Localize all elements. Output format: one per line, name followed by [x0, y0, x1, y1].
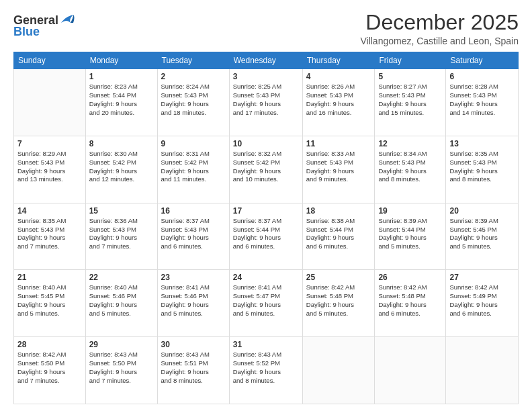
day-info: Sunrise: 8:38 AMSunset: 5:44 PMDaylight:…	[306, 217, 371, 251]
calendar-cell: 3Sunrise: 8:25 AMSunset: 5:43 PMDaylight…	[229, 69, 302, 136]
day-number: 10	[233, 139, 299, 148]
day-number: 4	[306, 72, 371, 81]
day-info: Sunrise: 8:41 AMSunset: 5:47 PMDaylight:…	[233, 283, 299, 318]
calendar-cell: 6Sunrise: 8:28 AMSunset: 5:43 PMDaylight…	[446, 69, 519, 136]
day-info: Sunrise: 8:35 AMSunset: 5:43 PMDaylight:…	[17, 217, 82, 251]
day-number: 1	[89, 72, 154, 81]
day-number: 9	[161, 139, 226, 148]
day-number: 23	[161, 273, 226, 282]
day-info: Sunrise: 8:31 AMSunset: 5:42 PMDaylight:…	[161, 150, 226, 184]
day-number: 24	[233, 273, 299, 282]
calendar-cell: 22Sunrise: 8:40 AMSunset: 5:46 PMDayligh…	[85, 270, 157, 337]
day-info: Sunrise: 8:39 AMSunset: 5:45 PMDaylight:…	[449, 217, 515, 251]
day-number: 29	[89, 340, 154, 349]
calendar-cell: 16Sunrise: 8:37 AMSunset: 5:43 PMDayligh…	[157, 203, 229, 270]
day-info: Sunrise: 8:42 AMSunset: 5:49 PMDaylight:…	[449, 283, 515, 318]
calendar-cell: 19Sunrise: 8:39 AMSunset: 5:44 PMDayligh…	[375, 203, 446, 270]
day-info: Sunrise: 8:42 AMSunset: 5:48 PMDaylight:…	[378, 283, 442, 318]
day-info: Sunrise: 8:32 AMSunset: 5:42 PMDaylight:…	[233, 150, 299, 184]
calendar-cell: 4Sunrise: 8:26 AMSunset: 5:43 PMDaylight…	[302, 69, 375, 136]
title-section: December 2025 Villangomez, Castille and …	[360, 11, 519, 46]
header: General Blue December 2025 Villangomez, …	[13, 11, 519, 46]
calendar-header-monday: Monday	[85, 52, 157, 69]
day-info: Sunrise: 8:37 AMSunset: 5:44 PMDaylight:…	[233, 217, 299, 251]
day-number: 5	[378, 72, 442, 81]
calendar-cell	[14, 69, 86, 136]
day-info: Sunrise: 8:42 AMSunset: 5:50 PMDaylight:…	[17, 351, 82, 385]
day-info: Sunrise: 8:23 AMSunset: 5:44 PMDaylight:…	[89, 83, 154, 117]
logo-blue-text: Blue	[13, 25, 40, 39]
day-number: 30	[161, 340, 226, 349]
calendar-week-1: 1Sunrise: 8:23 AMSunset: 5:44 PMDaylight…	[14, 69, 519, 136]
calendar-header-row: SundayMondayTuesdayWednesdayThursdayFrid…	[14, 52, 519, 69]
page: General Blue December 2025 Villangomez, …	[0, 0, 532, 411]
day-info: Sunrise: 8:36 AMSunset: 5:43 PMDaylight:…	[89, 217, 154, 251]
calendar-table: SundayMondayTuesdayWednesdayThursdayFrid…	[13, 52, 519, 404]
day-number: 11	[306, 139, 371, 148]
day-number: 15	[89, 206, 154, 216]
calendar-cell: 11Sunrise: 8:33 AMSunset: 5:43 PMDayligh…	[302, 136, 375, 203]
calendar-cell: 20Sunrise: 8:39 AMSunset: 5:45 PMDayligh…	[446, 203, 519, 270]
day-info: Sunrise: 8:25 AMSunset: 5:43 PMDaylight:…	[233, 83, 299, 117]
day-info: Sunrise: 8:40 AMSunset: 5:45 PMDaylight:…	[17, 283, 82, 318]
day-info: Sunrise: 8:41 AMSunset: 5:46 PMDaylight:…	[161, 283, 226, 318]
subtitle: Villangomez, Castille and Leon, Spain	[360, 36, 519, 46]
calendar-cell: 30Sunrise: 8:43 AMSunset: 5:51 PMDayligh…	[157, 337, 229, 404]
day-info: Sunrise: 8:37 AMSunset: 5:43 PMDaylight:…	[161, 217, 226, 251]
day-info: Sunrise: 8:35 AMSunset: 5:43 PMDaylight:…	[449, 150, 515, 184]
day-info: Sunrise: 8:40 AMSunset: 5:46 PMDaylight:…	[89, 283, 154, 318]
day-number: 28	[17, 340, 82, 349]
calendar-cell: 23Sunrise: 8:41 AMSunset: 5:46 PMDayligh…	[157, 270, 229, 337]
day-info: Sunrise: 8:28 AMSunset: 5:43 PMDaylight:…	[449, 83, 515, 117]
day-number: 27	[449, 273, 515, 282]
day-number: 17	[233, 206, 299, 216]
calendar-cell: 31Sunrise: 8:43 AMSunset: 5:52 PMDayligh…	[229, 337, 302, 404]
day-number: 14	[17, 206, 82, 216]
day-info: Sunrise: 8:33 AMSunset: 5:43 PMDaylight:…	[306, 150, 371, 184]
calendar-cell: 13Sunrise: 8:35 AMSunset: 5:43 PMDayligh…	[446, 136, 519, 203]
day-info: Sunrise: 8:42 AMSunset: 5:48 PMDaylight:…	[306, 283, 371, 318]
calendar-cell: 14Sunrise: 8:35 AMSunset: 5:43 PMDayligh…	[14, 203, 86, 270]
calendar-header-wednesday: Wednesday	[229, 52, 302, 69]
day-number: 26	[378, 273, 442, 282]
calendar-cell: 10Sunrise: 8:32 AMSunset: 5:42 PMDayligh…	[229, 136, 302, 203]
calendar-header-sunday: Sunday	[14, 52, 86, 69]
day-number: 25	[306, 273, 371, 282]
day-number: 6	[449, 72, 515, 81]
day-number: 7	[17, 139, 82, 148]
calendar-cell: 29Sunrise: 8:43 AMSunset: 5:50 PMDayligh…	[85, 337, 157, 404]
calendar-cell	[375, 337, 446, 404]
calendar-week-3: 14Sunrise: 8:35 AMSunset: 5:43 PMDayligh…	[14, 203, 519, 270]
calendar-cell: 9Sunrise: 8:31 AMSunset: 5:42 PMDaylight…	[157, 136, 229, 203]
day-number: 13	[449, 139, 515, 148]
day-info: Sunrise: 8:24 AMSunset: 5:43 PMDaylight:…	[161, 83, 226, 117]
day-number: 20	[449, 206, 515, 216]
calendar-cell: 1Sunrise: 8:23 AMSunset: 5:44 PMDaylight…	[85, 69, 157, 136]
calendar-header-thursday: Thursday	[302, 52, 375, 69]
calendar-cell: 18Sunrise: 8:38 AMSunset: 5:44 PMDayligh…	[302, 203, 375, 270]
calendar-cell: 27Sunrise: 8:42 AMSunset: 5:49 PMDayligh…	[446, 270, 519, 337]
logo-bird-icon	[60, 13, 75, 26]
calendar-week-4: 21Sunrise: 8:40 AMSunset: 5:45 PMDayligh…	[14, 270, 519, 337]
day-info: Sunrise: 8:27 AMSunset: 5:43 PMDaylight:…	[378, 83, 442, 117]
day-info: Sunrise: 8:34 AMSunset: 5:43 PMDaylight:…	[378, 150, 442, 184]
calendar-cell: 17Sunrise: 8:37 AMSunset: 5:44 PMDayligh…	[229, 203, 302, 270]
calendar-cell: 21Sunrise: 8:40 AMSunset: 5:45 PMDayligh…	[14, 270, 86, 337]
day-number: 22	[89, 273, 154, 282]
calendar-cell: 28Sunrise: 8:42 AMSunset: 5:50 PMDayligh…	[14, 337, 86, 404]
day-number: 8	[89, 139, 154, 148]
day-number: 21	[17, 273, 82, 282]
calendar-cell: 15Sunrise: 8:36 AMSunset: 5:43 PMDayligh…	[85, 203, 157, 270]
calendar-cell: 12Sunrise: 8:34 AMSunset: 5:43 PMDayligh…	[375, 136, 446, 203]
calendar-cell: 24Sunrise: 8:41 AMSunset: 5:47 PMDayligh…	[229, 270, 302, 337]
day-number: 2	[161, 72, 226, 81]
day-info: Sunrise: 8:30 AMSunset: 5:42 PMDaylight:…	[89, 150, 154, 184]
day-info: Sunrise: 8:43 AMSunset: 5:50 PMDaylight:…	[89, 351, 154, 385]
calendar-header-tuesday: Tuesday	[157, 52, 229, 69]
logo: General Blue	[13, 13, 75, 39]
calendar-header-saturday: Saturday	[446, 52, 519, 69]
calendar-cell	[446, 337, 519, 404]
day-info: Sunrise: 8:43 AMSunset: 5:52 PMDaylight:…	[233, 351, 299, 385]
calendar-week-5: 28Sunrise: 8:42 AMSunset: 5:50 PMDayligh…	[14, 337, 519, 404]
main-title: December 2025	[360, 11, 519, 34]
